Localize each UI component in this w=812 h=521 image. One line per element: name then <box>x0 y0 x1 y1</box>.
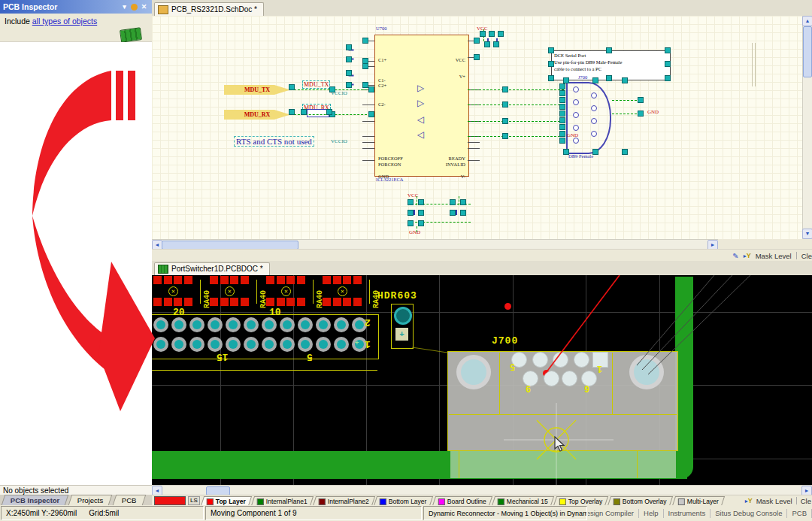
pcb-hscrollbar[interactable]: ◄ ► <box>152 485 812 495</box>
layer-color-swatch <box>498 498 504 504</box>
through-hole-pad <box>280 317 295 332</box>
gnd-power-port[interactable]: GND <box>409 229 420 235</box>
ic-pin-label-VCC: VCC <box>456 57 465 62</box>
layer-set-button[interactable]: LS <box>188 496 200 505</box>
selection-handle <box>489 31 495 37</box>
hdr603-pad-square: + <box>395 328 408 341</box>
scroll-down-icon[interactable]: ▼ <box>802 229 812 239</box>
smd-pad <box>333 276 341 284</box>
mask-level-button[interactable]: Mask Level <box>756 252 792 260</box>
smd-pad <box>230 298 238 306</box>
db9-designator: J700 <box>578 74 587 80</box>
through-hole-pad <box>334 337 349 352</box>
ic-pin-stub <box>362 160 374 161</box>
selection-handle <box>559 138 565 144</box>
selection-handle <box>638 111 644 117</box>
panel-button-help[interactable]: Help <box>639 509 663 517</box>
port-mdu-rx[interactable]: MDU_RX <box>224 110 290 120</box>
panel-tab-pcb[interactable]: PCB <box>113 495 146 505</box>
layer-tab-top-overlay[interactable]: Top Overlay <box>553 496 609 506</box>
panel-titlebar[interactable]: PCB Inspector ▾ ✕ <box>0 0 152 14</box>
mounting-hole <box>456 355 491 389</box>
clear-button[interactable]: Cle <box>801 497 811 505</box>
smd-pad <box>343 298 351 306</box>
selection-handle <box>408 199 414 205</box>
filter-funnel-icon[interactable]: ▸Y <box>744 252 751 259</box>
vscroll-thumb[interactable] <box>803 26 812 77</box>
panel-tab-pcb-inspector[interactable]: PCB Inspector <box>2 495 69 505</box>
ic-pin-stub <box>468 160 480 161</box>
through-hole-pad <box>244 317 259 332</box>
layer-tab-internalplane2[interactable]: InternalPlane2 <box>313 496 375 506</box>
panel-button-instruments[interactable]: Instruments <box>664 509 710 517</box>
selection-handle <box>563 77 569 83</box>
port-mdu-tx[interactable]: MDU_TX <box>224 85 290 95</box>
ic-pin-stub <box>362 121 374 122</box>
db9-pin <box>573 86 579 92</box>
ic-rs232-transceiver[interactable]: C1+C1-C2+C2-FORCEOFFFORCEONGNDVCCV+READY… <box>374 35 469 177</box>
schematic-vscrollbar[interactable]: ▲ ▼ <box>802 16 812 239</box>
pcb-editor: PortSwitcher1D.PCBDOC * + HDR603 J700 ✕R… <box>152 261 812 495</box>
selection-handle <box>622 149 628 155</box>
layer-tab-top-layer[interactable]: Top Layer <box>201 496 252 506</box>
panel-pin-icon[interactable] <box>131 4 138 11</box>
vccio-power-port-2[interactable]: VCCIO <box>331 138 347 144</box>
gnd-power-port-3[interactable]: GND <box>647 109 659 115</box>
tab-pcb-doc[interactable]: PortSwitcher1D.PCBDOC * <box>154 262 270 275</box>
layer-tab-internalplane1[interactable]: InternalPlane1 <box>251 496 314 506</box>
layer-tab-bottom-layer[interactable]: Bottom Layer <box>374 496 433 506</box>
j700-pin <box>581 371 597 386</box>
layer-color-swatch <box>614 498 620 504</box>
selection-handle <box>559 83 565 89</box>
ic-pin-label-FORCEON: FORCEON <box>378 162 401 167</box>
rts-cts-annotation[interactable]: RTS and CTS not used <box>234 136 314 147</box>
panel-tab-projects[interactable]: Projects <box>68 495 113 505</box>
through-hole-pad <box>298 337 313 352</box>
hdr603-pad-round <box>394 307 412 325</box>
include-filter-link[interactable]: all types of objects <box>32 17 97 26</box>
inspector-include-row: Include all types of objects <box>0 14 152 42</box>
edit-pencil-icon[interactable]: ✎ <box>732 252 738 260</box>
layer-tab-multi-layer[interactable]: Multi-Layer <box>672 496 725 506</box>
selection-handle <box>559 111 565 117</box>
smd-pad <box>210 276 218 284</box>
mask-level-button[interactable]: Mask Level <box>756 497 792 505</box>
panel-button-situs-debug-console[interactable]: Situs Debug Console <box>710 509 786 517</box>
wire <box>459 196 459 205</box>
rs232-receiver-icon: ◁ <box>417 116 424 123</box>
rs232-driver-icon: ▷ <box>417 84 424 92</box>
layer-tab-bottom-overlay[interactable]: Bottom Overlay <box>607 496 673 506</box>
layer-tab-mechanical-15[interactable]: Mechanical 15 <box>492 496 554 506</box>
ic-designator: U700 <box>376 26 386 31</box>
clear-button[interactable]: Cle <box>801 252 812 260</box>
pcb-canvas[interactable]: + HDR603 J700 ✕RA40✕RA40✕RA40✕RA40+20102… <box>152 275 812 485</box>
net-label-mdu-tx[interactable]: MDU_TX <box>302 80 330 89</box>
smd-pad <box>277 298 285 306</box>
selection-handle <box>289 109 295 115</box>
panel-button-pcb[interactable]: PCB <box>787 509 811 517</box>
schematic-hscrollbar[interactable]: ◄ ► <box>152 239 718 250</box>
j700-pin-number: 1 <box>597 363 602 374</box>
selection-handle <box>368 111 374 117</box>
layer-tab-board-outline[interactable]: Board Outline <box>432 496 492 506</box>
panel-close-icon[interactable]: ✕ <box>139 2 149 12</box>
ic-pin-label-C2+: C2+ <box>378 83 386 88</box>
panel-button-design-compiler[interactable]: Design Compiler <box>588 509 638 517</box>
layer-color-swatch <box>678 498 685 504</box>
scroll-up-icon[interactable]: ▲ <box>802 16 812 26</box>
panel-menu-icon[interactable]: ▾ <box>120 2 129 12</box>
db9-name: DB9 Female <box>568 153 593 159</box>
smd-pad <box>230 276 238 284</box>
active-layer-swatch[interactable] <box>154 496 186 505</box>
schematic-canvas[interactable]: C1+C1-C2+C2-FORCEOFFFORCEONGNDVCCV+READY… <box>152 16 803 239</box>
include-label: Include <box>5 17 30 26</box>
ra-array-silk-label: RA40 <box>372 290 380 308</box>
smd-pad <box>297 276 305 284</box>
through-hole-pad <box>226 337 241 352</box>
inspector-body <box>0 42 152 485</box>
tab-schematic-doc[interactable]: PCB_RS2321D.SchDoc * <box>154 2 264 16</box>
smd-pad <box>153 276 162 284</box>
filter-funnel-icon[interactable]: ▸Y <box>745 497 753 504</box>
selection-handle <box>418 210 424 216</box>
db9-connector-symbol[interactable] <box>566 82 611 154</box>
